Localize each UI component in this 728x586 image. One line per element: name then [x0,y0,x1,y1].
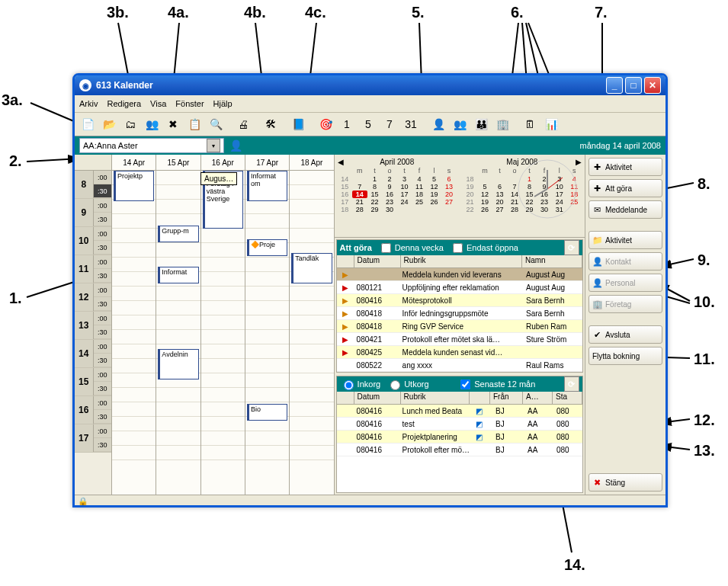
btn-attgora-new[interactable]: ✚Att göra [588,179,662,197]
maximize-button[interactable]: □ [625,77,642,94]
annot-5: 5. [412,4,425,21]
tool-day7-icon[interactable]: 7 [380,114,399,134]
day-header[interactable]: 17 Apr [245,155,289,170]
cal-prev-icon[interactable]: ◀ [338,158,344,166]
schedule-body[interactable]: 8:00:309:00:3010:00:3011:00:3012:00:3013… [75,171,334,495]
titlebar[interactable]: ◉ 613 Kalender _ □ ✕ [75,75,665,95]
menu-redigera[interactable]: Redigera [107,99,141,108]
tool-group4-icon[interactable]: 🏢 [492,114,512,134]
col-rubrik[interactable]: Rubrik [401,392,470,404]
mail-out-radio[interactable]: Utkorg [386,378,428,390]
mail-row[interactable]: 080416test◩BJAA080 [337,418,582,431]
mail-row[interactable]: 080416Lunch med Beata◩BJAA080 [337,405,582,418]
tool-day31-icon[interactable]: 31 [401,114,421,134]
todo-chk-week[interactable]: Denna vecka [378,241,444,255]
annot-13: 13. [694,442,715,460]
col-rubrik[interactable]: Rubrik [401,255,522,267]
menu-visa[interactable]: Visa [150,99,166,108]
mail-in-radio[interactable]: Inkorg [340,378,381,390]
minical-april[interactable]: ◀April 2008mtotfls1412345615789101112131… [338,158,457,234]
appointment[interactable]: Projektp [114,171,154,201]
mail-row[interactable]: 080416Protokoll efter mö…BJAA080 [337,444,582,456]
day-header[interactable]: 14 Apr [111,155,156,170]
annot-9: 9. [698,251,710,269]
tool-adduser-icon[interactable]: 👥 [142,114,162,134]
tool-new-icon[interactable]: 📄 [78,114,98,134]
subheader: AA:Anna Aster ▾ 👤 måndag 14 april 2008 [75,136,665,155]
annot-4b: 4b. [244,4,266,21]
appointment[interactable]: Avdelnin [158,349,198,379]
mail-row[interactable]: 080416Projektplanering◩BJAA080 [337,431,582,444]
todo-row[interactable]: ▶080416MötesprotokollSara Bernh [337,294,582,307]
todo-row[interactable]: ▶080425Meddela kunden senast vid… [337,346,582,359]
dropdown-arrow-icon[interactable]: ▾ [207,139,220,152]
mail-icon: ✉ [592,205,603,215]
close-button[interactable]: ✕ [644,77,661,94]
todo-row[interactable]: ▶Meddela kunden vid leveransAugust Aug [337,268,582,281]
btn-kontakt[interactable]: 👤Kontakt [588,252,662,271]
tool-print-icon[interactable]: 🖨 [233,114,253,134]
appointment[interactable]: Bio [247,404,287,421]
mail-chk-12m[interactable]: Senaste 12 mån [457,377,535,392]
todo-chk-open[interactable]: Endast öppna [450,241,518,255]
appointment[interactable]: Tandläk [291,253,332,283]
appointment[interactable]: Grupp-m [158,226,198,242]
annot-11: 11. [694,351,715,368]
todo-row[interactable]: 080522ang xxxxRaul Rams [337,359,582,372]
tool-kont-icon[interactable]: 🔍 [206,114,226,134]
todo-row[interactable]: ▶080418Inför ledningsgruppsmöteSara Bern… [337,307,582,320]
minimize-button[interactable]: _ [606,77,623,94]
check-icon: ✔ [592,330,603,340]
tool-group3-icon[interactable]: 👪 [471,114,491,134]
menu-arkiv[interactable]: Arkiv [79,99,98,108]
col-fran[interactable]: Från [490,392,523,404]
tool-group2-icon[interactable]: 👥 [450,114,470,134]
appointment[interactable]: Informat om [247,171,287,201]
annot-3b: 3b. [107,4,129,21]
day-header[interactable]: 15 Apr [156,155,200,170]
mail-rows[interactable]: 080416Lunch med Beata◩BJAA080080416test◩… [337,405,582,492]
tool-open-icon[interactable]: 📂 [99,114,119,134]
btn-foretag[interactable]: 🏢Företag [588,295,662,313]
btn-personal[interactable]: 👤Personal [588,274,662,292]
appointment[interactable]: 🔶Proje [247,239,287,256]
todo-row[interactable]: ▶080421Protokoll efter mötet ska lä…Stur… [337,333,582,346]
tool-delete-icon[interactable]: ✖ [163,114,183,134]
btn-stang[interactable]: ✖Stäng [588,473,662,492]
col-datum[interactable]: Datum [354,392,401,404]
btn-meddelande-new[interactable]: ✉Meddelande [588,200,662,219]
menu-fonster[interactable]: Fönster [175,99,204,108]
todo-refresh-icon[interactable]: ⟳ [564,240,579,255]
tool-book-icon[interactable]: 📘 [288,114,308,134]
tool-today-icon[interactable]: 🎯 [316,114,335,134]
todo-rows[interactable]: ▶Meddela kunden vid leveransAugust Aug▶0… [337,268,582,372]
tool-note-icon[interactable]: 📋 [184,114,204,134]
btn-flytta[interactable]: Flytta bokning [588,347,662,365]
col-namn[interactable]: Namn [522,255,582,267]
tool-day1-icon[interactable]: 1 [337,114,357,134]
day-header[interactable]: 18 Apr [289,155,333,170]
tool-settings-icon[interactable]: 🛠 [261,114,281,134]
appointment[interactable]: Informat [158,267,198,283]
btn-avsluta[interactable]: ✔Avsluta [588,325,662,344]
annot-10: 10. [694,293,715,311]
user-select[interactable]: AA:Anna Aster ▾ [79,138,224,153]
mail-refresh-icon[interactable]: ⟳ [564,376,579,392]
tool-view2-icon[interactable]: 📊 [541,114,561,134]
btn-aktivitet-new[interactable]: ✚Aktivitet [588,158,662,176]
presence-icon[interactable]: 👤 [229,139,242,152]
col-sta[interactable]: Sta [553,392,582,404]
mail-panel: Inkorg Utkorg Senaste 12 mån ⟳ Datum Rub… [336,376,583,493]
btn-aktivitet-open[interactable]: 📁Aktivitet [588,231,662,249]
menu-hjalp[interactable]: Hjälp [213,99,233,108]
tool-folder-icon[interactable]: 🗂 [120,114,140,134]
lock-icon: 🔒 [78,497,88,507]
todo-row[interactable]: ▶080121Uppföljning efter reklamationAugu… [337,281,582,294]
tool-day5-icon[interactable]: 5 [358,114,378,134]
tool-group1-icon[interactable]: 👤 [428,114,448,134]
col-a[interactable]: A… [523,392,553,404]
todo-row[interactable]: ▶080418Ring GVP ServiceRuben Ram [337,320,582,333]
day-header[interactable]: 16 Apr [200,155,245,170]
tool-view1-icon[interactable]: 🗓 [520,114,540,134]
col-datum[interactable]: Datum [354,255,401,267]
